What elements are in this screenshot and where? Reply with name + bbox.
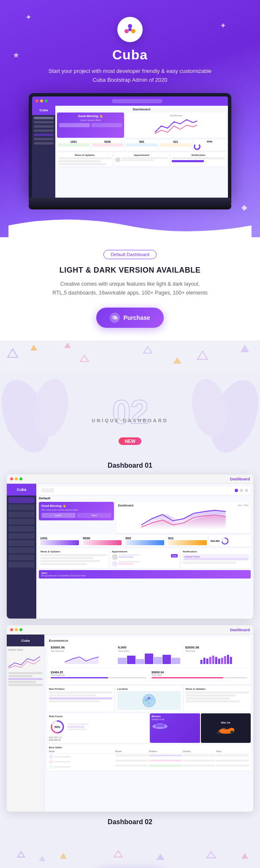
browser-label-2: Dashboard <box>230 628 250 632</box>
svg-marker-12 <box>173 357 181 364</box>
minimize-dot <box>15 477 18 480</box>
maximize-dot-2 <box>19 628 22 631</box>
chart-svg <box>118 508 249 529</box>
sparkle-icon: ✦ <box>220 21 226 30</box>
svg-rect-29 <box>230 657 232 664</box>
svg-point-1 <box>128 24 132 28</box>
svg-rect-27 <box>224 656 226 664</box>
laptop-mockup: Cuba Dashbo <box>29 93 231 209</box>
main-content-mockup: Default Good Morning 👋 We miss you! Lore… <box>36 484 253 619</box>
view-demo-section: ↑ View Demo <box>0 839 260 868</box>
page-title-mockup: Default <box>39 496 251 500</box>
svg-point-34 <box>148 697 150 699</box>
section-title: LIGHT & DARK VERSION AVAILABLE <box>8 266 252 275</box>
sidebar-item <box>8 540 35 546</box>
sidebar-item <box>8 555 35 560</box>
shopping-bag-icon: 🛍 <box>110 313 120 323</box>
svg-rect-28 <box>227 655 229 664</box>
svg-marker-10 <box>241 345 249 352</box>
hero-subtitle: Start your project with most developer f… <box>8 67 252 85</box>
svg-point-42 <box>217 731 221 734</box>
svg-rect-23 <box>212 656 214 664</box>
default-dashboard-section: Default Dashboard LIGHT & DARK VERSION A… <box>0 237 260 341</box>
svg-point-43 <box>230 731 234 733</box>
sidebar-item <box>8 526 35 532</box>
svg-point-3 <box>131 29 135 33</box>
svg-rect-41 <box>155 724 165 727</box>
section-description: Creative comes with unique features like… <box>8 280 252 298</box>
svg-point-2 <box>125 29 129 33</box>
svg-marker-9 <box>198 351 208 359</box>
svg-marker-7 <box>80 355 89 362</box>
svg-marker-49 <box>241 853 248 859</box>
diamond-icon: ◆ <box>241 203 247 212</box>
sidebar-item <box>8 512 35 517</box>
sparkle-icon: ✦ <box>25 13 32 22</box>
svg-point-32 <box>150 697 153 701</box>
browser-bar-1: Dashboard <box>7 474 253 484</box>
sidebar-mockup: Cuba <box>7 484 36 619</box>
logo <box>117 17 143 42</box>
topbar-mockup <box>39 486 251 495</box>
svg-marker-8 <box>144 347 152 353</box>
new-badge-container: NEW <box>8 431 252 445</box>
sidebar-item <box>8 562 35 568</box>
bg-number: 02 <box>8 395 252 429</box>
deco-section <box>0 340 260 374</box>
hero-wave <box>8 214 252 237</box>
browser-mockup-1: Dashboard Cuba <box>7 474 253 619</box>
svg-marker-5 <box>8 349 18 357</box>
star-icon: ★ <box>13 51 19 60</box>
purchase-label: Purchase <box>123 314 150 321</box>
sidebar-item <box>8 519 35 525</box>
svg-rect-26 <box>221 658 223 664</box>
svg-rect-24 <box>215 657 217 664</box>
sidebar-item <box>8 497 35 503</box>
hero-title: Cuba <box>8 47 252 63</box>
browser-label-1: Dashboard <box>230 477 250 481</box>
hero-section: ✦ ✦ ★ ◆ Cuba Start your project with mos… <box>0 0 260 237</box>
svg-point-4 <box>128 28 132 31</box>
purchase-button[interactable]: 🛍 Purchase <box>96 308 163 328</box>
unique-label: UNIQUE DASHBOARD <box>92 418 168 423</box>
svg-text:50%: 50% <box>54 726 61 729</box>
svg-rect-25 <box>218 659 220 664</box>
deco-triangles <box>0 340 260 366</box>
logo-icon <box>122 22 138 37</box>
sidebar-item <box>8 547 35 553</box>
svg-marker-6 <box>30 345 37 351</box>
sidebar-item <box>8 504 35 510</box>
close-dot-2 <box>10 628 13 631</box>
browser-mockup-2: Dashboard Cuba Market Value <box>7 625 253 812</box>
svg-point-33 <box>148 702 150 705</box>
svg-marker-50 <box>39 856 46 861</box>
sidebar-item <box>8 533 35 539</box>
dashboard-01-section: Dashboard 01 Dashboard Cuba <box>0 458 260 839</box>
browser-bar-2: Dashboard <box>7 625 253 635</box>
svg-rect-19 <box>200 660 202 664</box>
default-badge: Default Dashboard <box>103 250 157 259</box>
market-chart <box>8 652 42 669</box>
svg-marker-48 <box>207 852 215 858</box>
maximize-dot <box>19 477 22 480</box>
close-dot <box>10 477 13 480</box>
deco-triangles-bottom <box>0 849 260 862</box>
svg-rect-21 <box>206 659 208 664</box>
new-badge: NEW <box>119 437 141 445</box>
dashboard-01-title: Dashboard 01 <box>7 462 253 469</box>
svg-marker-11 <box>64 343 71 348</box>
svg-marker-46 <box>114 851 122 857</box>
svg-marker-44 <box>18 852 24 857</box>
svg-marker-45 <box>60 853 67 859</box>
unique-dashboard-section: 02 UNIQUE DASHBOARD NEW <box>0 374 260 458</box>
minimize-dot-2 <box>15 628 18 631</box>
dashboard-02-title: Dashboard 02 <box>7 818 253 826</box>
browser-content-1: Cuba <box>7 484 253 619</box>
svg-rect-20 <box>203 658 205 664</box>
svg-marker-47 <box>156 854 165 860</box>
sidebar-logo: Cuba <box>7 484 36 496</box>
svg-rect-22 <box>209 657 211 664</box>
